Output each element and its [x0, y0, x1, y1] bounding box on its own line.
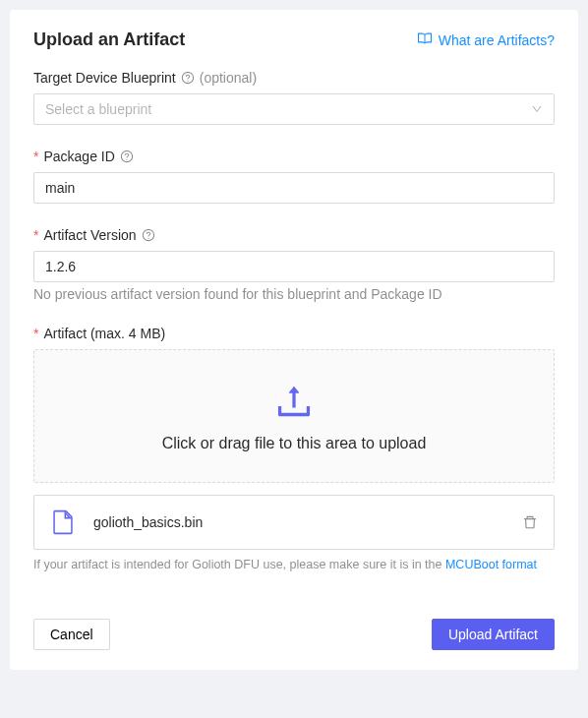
artifact-version-label: Artifact Version: [43, 227, 136, 243]
artifact-file-label: Artifact (max. 4 MB): [43, 326, 165, 341]
help-link[interactable]: What are Artifacts?: [417, 30, 555, 49]
mcuboot-format-link[interactable]: MCUBoot format: [445, 558, 537, 571]
upload-icon: [272, 380, 316, 423]
blueprint-placeholder: Select a blueprint: [45, 101, 151, 117]
artifact-version-field: * Artifact Version No previous artifact …: [33, 227, 555, 302]
package-id-input[interactable]: [33, 172, 555, 204]
required-asterisk: *: [33, 326, 38, 341]
question-circle-icon[interactable]: [181, 71, 195, 85]
artifact-version-input[interactable]: [33, 251, 555, 282]
upload-dropzone[interactable]: Click or drag file to this area to uploa…: [33, 349, 555, 483]
blueprint-optional: (optional): [200, 70, 257, 86]
package-id-field: * Package ID: [33, 149, 555, 204]
modal-title: Upload an Artifact: [33, 30, 185, 50]
artifact-file-field: * Artifact (max. 4 MB) Click or drag fil…: [33, 326, 555, 571]
uploaded-file-item: golioth_basics.bin: [33, 495, 555, 550]
upload-artifact-modal: Upload an Artifact What are Artifacts? T…: [10, 10, 578, 670]
upload-drop-text: Click or drag file to this area to uploa…: [50, 435, 538, 452]
upload-artifact-button[interactable]: Upload Artifact: [432, 619, 555, 650]
book-icon: [417, 30, 433, 49]
modal-footer: Cancel Upload Artifact: [33, 619, 555, 650]
file-icon: [50, 509, 76, 535]
blueprint-select[interactable]: Select a blueprint: [33, 93, 555, 125]
question-circle-icon[interactable]: [142, 228, 155, 242]
trash-icon[interactable]: [522, 514, 538, 530]
cancel-button[interactable]: Cancel: [33, 619, 110, 650]
required-asterisk: *: [33, 227, 38, 243]
chevron-down-icon: [531, 103, 543, 115]
uploaded-file-name: golioth_basics.bin: [93, 514, 504, 530]
artifact-hint-prefix: If your artifact is intended for Golioth…: [33, 558, 445, 571]
question-circle-icon[interactable]: [120, 150, 134, 163]
blueprint-label: Target Device Blueprint: [33, 70, 176, 86]
artifact-hint: If your artifact is intended for Golioth…: [33, 558, 555, 571]
help-link-text: What are Artifacts?: [439, 32, 555, 48]
modal-header: Upload an Artifact What are Artifacts?: [33, 30, 555, 50]
required-asterisk: *: [33, 149, 38, 164]
blueprint-field: Target Device Blueprint (optional) Selec…: [33, 70, 555, 125]
package-id-label: Package ID: [43, 149, 114, 164]
artifact-version-helper: No previous artifact version found for t…: [33, 286, 555, 302]
